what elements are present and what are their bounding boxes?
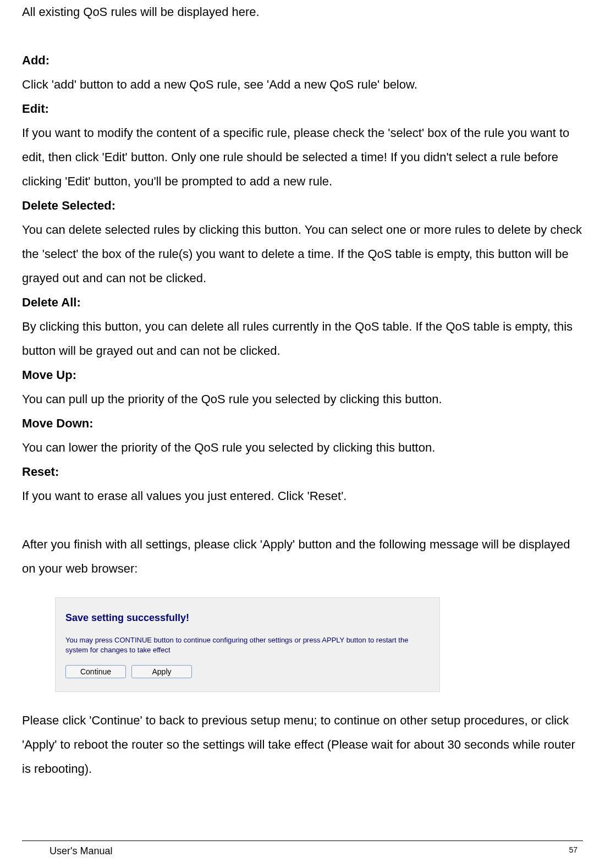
definition-edit: Edit: If you want to modify the content …	[22, 97, 583, 194]
desc-edit: If you want to modify the content of a s…	[22, 121, 583, 194]
page-number: 57	[569, 845, 583, 857]
term-edit: Edit:	[22, 97, 583, 121]
desc-delete-all: By clicking this button, you can delete …	[22, 315, 583, 363]
term-move-down: Move Down:	[22, 411, 583, 436]
footer-label: User's Manual	[22, 845, 112, 857]
definition-delete-all: Delete All: By clicking this button, you…	[22, 290, 583, 363]
definition-move-up: Move Up: You can pull up the priority of…	[22, 363, 583, 411]
term-add: Add:	[22, 48, 583, 73]
dialog-description: You may press CONTINUE button to continu…	[65, 635, 430, 655]
term-move-up: Move Up:	[22, 363, 583, 387]
desc-reset: If you want to erase all values you just…	[22, 484, 583, 508]
definition-reset: Reset: If you want to erase all values y…	[22, 460, 583, 508]
page-footer: User's Manual 57	[22, 840, 583, 857]
continue-button[interactable]: Continue	[65, 665, 126, 678]
desc-add: Click 'add' button to add a new QoS rule…	[22, 73, 583, 97]
definition-add: Add: Click 'add' button to add a new QoS…	[22, 48, 583, 97]
desc-move-down: You can lower the priority of the QoS ru…	[22, 436, 583, 460]
term-delete-all: Delete All:	[22, 290, 583, 315]
apply-button[interactable]: Apply	[131, 665, 192, 678]
apply-note: After you finish with all settings, plea…	[22, 532, 583, 581]
closing-text: Please click 'Continue' to back to previ…	[22, 708, 583, 781]
desc-move-up: You can pull up the priority of the QoS …	[22, 387, 583, 411]
save-dialog: Save setting successfully! You may press…	[55, 597, 440, 692]
dialog-title: Save setting successfully!	[65, 608, 430, 628]
definition-move-down: Move Down: You can lower the priority of…	[22, 411, 583, 460]
desc-delete-selected: You can delete selected rules by clickin…	[22, 218, 583, 290]
term-reset: Reset:	[22, 460, 583, 484]
definition-delete-selected: Delete Selected: You can delete selected…	[22, 194, 583, 290]
intro-text: All existing QoS rules will be displayed…	[22, 0, 583, 24]
term-delete-selected: Delete Selected:	[22, 194, 583, 218]
